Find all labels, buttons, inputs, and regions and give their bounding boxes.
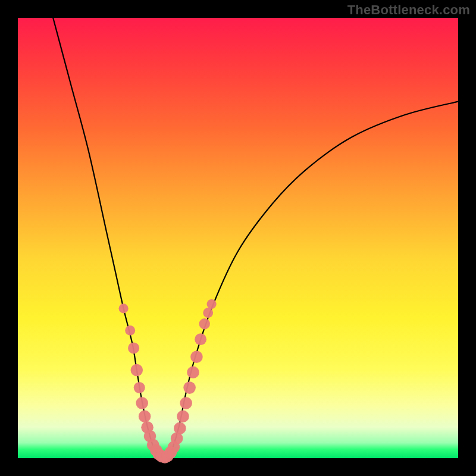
data-point <box>139 410 151 422</box>
data-point <box>180 397 192 409</box>
data-point <box>207 299 217 309</box>
chart-frame: TheBottleneck.com <box>0 0 476 476</box>
data-point <box>119 303 129 313</box>
data-point <box>190 351 203 364</box>
data-point <box>131 364 143 377</box>
data-point <box>195 333 206 345</box>
watermark-text: TheBottleneck.com <box>347 2 470 18</box>
data-point <box>183 381 196 394</box>
data-point <box>134 382 145 393</box>
plot-area <box>18 18 458 458</box>
data-point <box>203 308 213 318</box>
chart-overlay <box>18 18 458 458</box>
data-point <box>136 397 148 409</box>
data-point <box>174 422 186 434</box>
data-point <box>199 318 210 329</box>
data-point <box>125 325 135 336</box>
data-point <box>187 366 199 378</box>
data-point <box>177 410 189 422</box>
data-point <box>128 342 139 353</box>
markers-left <box>119 303 171 463</box>
bottleneck-curve <box>53 18 458 458</box>
